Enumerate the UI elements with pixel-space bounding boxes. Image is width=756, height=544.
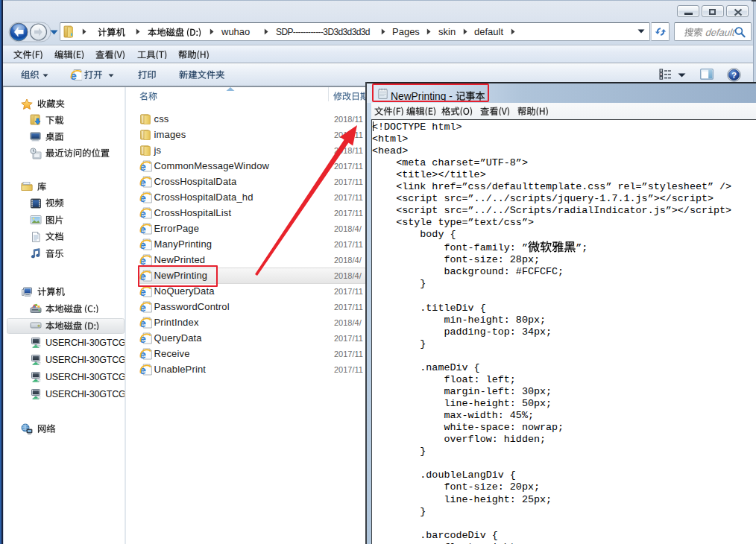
svg-text:?: ?: [731, 71, 737, 80]
